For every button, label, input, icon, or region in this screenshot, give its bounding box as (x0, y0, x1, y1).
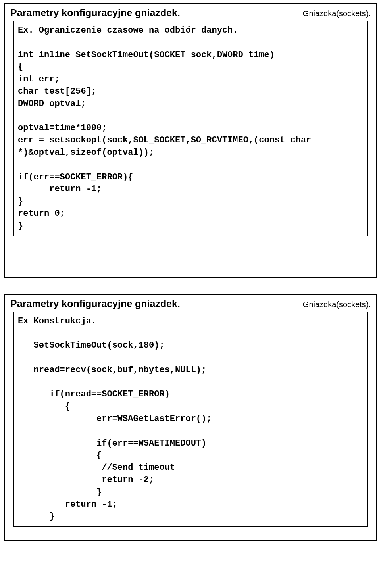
slide-2-code: Ex Konstrukcja. SetSockTimeOut(sock,180)… (18, 315, 363, 523)
slide-1-code-box: Ex. Ograniczenie czasowe na odbiór danyc… (13, 21, 368, 236)
slide-1-spacer (5, 242, 376, 277)
slide-1: Parametry konfiguracyjne gniazdek. Gniaz… (4, 3, 377, 278)
slide-1-title: Parametry konfiguracyjne gniazdek. (10, 7, 180, 19)
slide-2-code-box: Ex Konstrukcja. SetSockTimeOut(sock,180)… (13, 312, 368, 527)
slide-2-header: Parametry konfiguracyjne gniazdek. Gniaz… (5, 295, 376, 309)
slide-1-code: Ex. Ograniczenie czasowe na odbiór danyc… (18, 25, 363, 233)
slide-2-subtitle: Gniazdka(sockets). (303, 300, 371, 309)
slide-2: Parametry konfiguracyjne gniazdek. Gniaz… (4, 294, 377, 541)
slide-1-subtitle: Gniazdka(sockets). (303, 9, 371, 18)
slide-1-header: Parametry konfiguracyjne gniazdek. Gniaz… (5, 4, 376, 19)
slide-2-spacer (5, 532, 376, 540)
slide-2-title: Parametry konfiguracyjne gniazdek. (10, 298, 180, 309)
